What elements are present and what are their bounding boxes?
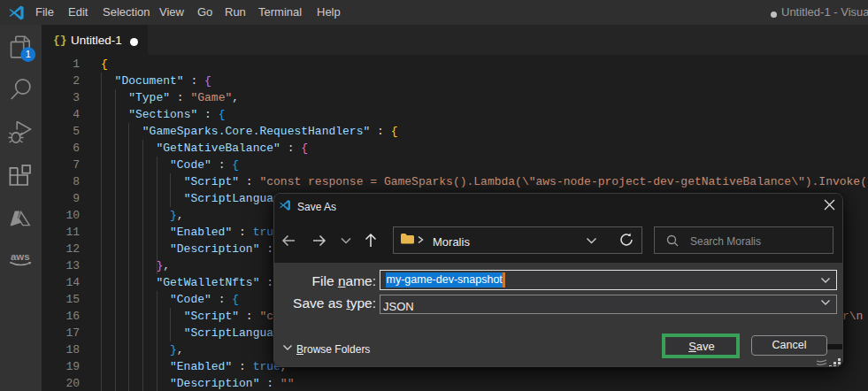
svg-text:aws: aws <box>11 251 30 262</box>
svg-text:1: 1 <box>26 49 31 59</box>
